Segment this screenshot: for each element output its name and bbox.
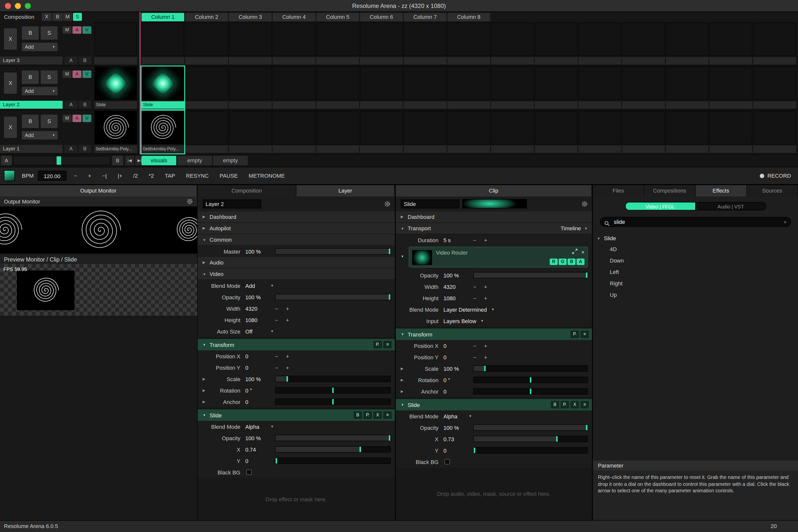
effect-header-transform[interactable]: ▼TransformP.≡ bbox=[198, 339, 395, 350]
increment-button[interactable]: + bbox=[480, 295, 491, 301]
clip-cell[interactable] bbox=[229, 22, 272, 65]
increment-button[interactable]: + bbox=[480, 343, 491, 349]
layer-settings-gear-icon[interactable] bbox=[384, 201, 391, 207]
deck-tab-visuals-0[interactable]: visuals bbox=[142, 156, 176, 165]
layer-crossfader-b[interactable]: B bbox=[78, 57, 91, 64]
bpm-half-button[interactable]: /2 bbox=[128, 170, 143, 181]
param-dropdown[interactable]: Alpha▾ bbox=[245, 423, 273, 430]
clip-cell[interactable] bbox=[666, 111, 709, 153]
param-slider[interactable] bbox=[275, 376, 391, 382]
composition-bypass-button[interactable]: B bbox=[53, 13, 62, 21]
layer-blend-dropdown[interactable]: Add▾ bbox=[22, 87, 58, 95]
slider-handle[interactable] bbox=[389, 435, 390, 441]
layer-solo-button[interactable]: S bbox=[41, 71, 58, 84]
slider-handle[interactable] bbox=[276, 458, 277, 463]
layer-active-clip-preview[interactable]: 0et8skmtiiq-Poly... bbox=[94, 111, 137, 153]
layer-clear-button[interactable]: X bbox=[4, 28, 17, 50]
slider-handle[interactable] bbox=[389, 249, 390, 254]
param-value[interactable]: 0 bbox=[245, 458, 271, 464]
param-slider[interactable] bbox=[275, 248, 391, 254]
layer-m-button[interactable]: M bbox=[62, 115, 72, 122]
header-params-button[interactable]: P. bbox=[571, 330, 579, 338]
param-slider[interactable] bbox=[473, 436, 588, 442]
param-checkbox[interactable] bbox=[444, 459, 450, 464]
param-checkbox[interactable] bbox=[246, 470, 252, 475]
clip-cell[interactable] bbox=[360, 22, 403, 65]
effect-item-4d[interactable]: 4D bbox=[593, 244, 798, 255]
clip-cell[interactable] bbox=[666, 22, 709, 65]
expand-icon[interactable]: ▶ bbox=[203, 388, 205, 392]
bpm-decrease-button[interactable]: − bbox=[69, 170, 83, 181]
param-slider[interactable] bbox=[473, 424, 588, 431]
header-bypass-button[interactable]: B bbox=[354, 412, 362, 419]
increment-button[interactable]: + bbox=[282, 353, 293, 359]
param-value[interactable]: 1080 bbox=[245, 317, 271, 323]
tab-composition[interactable]: Composition bbox=[198, 185, 296, 196]
clip-cell[interactable] bbox=[753, 22, 796, 65]
param-value[interactable]: 100 % bbox=[245, 294, 271, 300]
bpm-value[interactable]: 120.00 bbox=[38, 171, 67, 180]
param-value[interactable]: 100 % bbox=[245, 376, 271, 382]
clip-cell[interactable] bbox=[404, 111, 446, 153]
section-common[interactable]: ▼Common bbox=[198, 234, 395, 246]
channel-a-button[interactable]: A bbox=[577, 259, 584, 265]
layer-crossfader-b[interactable]: B bbox=[78, 101, 91, 109]
clip-cell[interactable]: 0et8skmtiiq-Poly... bbox=[142, 111, 184, 153]
layer-blend-dropdown[interactable]: Add▾ bbox=[22, 43, 58, 51]
param-dropdown[interactable]: Layers Below▾ bbox=[443, 318, 483, 324]
slider-handle[interactable] bbox=[286, 376, 288, 382]
composition-s-button[interactable]: S bbox=[73, 13, 82, 21]
effect-header-slide[interactable]: ▼SlideBP.X≡ bbox=[396, 399, 592, 411]
header-params-button[interactable]: P. bbox=[364, 412, 372, 419]
param-value[interactable]: 0.73 bbox=[443, 436, 469, 442]
slider-handle[interactable] bbox=[389, 294, 390, 300]
param-slider[interactable] bbox=[473, 377, 588, 383]
transport-mode-dropdown[interactable]: Timeline▾ bbox=[561, 225, 587, 231]
collapse-icon[interactable]: ▼ bbox=[401, 254, 404, 258]
clip-cell[interactable] bbox=[622, 66, 665, 109]
drop-target[interactable]: Drop audio, video, mask, source or effec… bbox=[396, 468, 592, 520]
tap-button[interactable]: TAP bbox=[160, 170, 181, 181]
expand-icon[interactable] bbox=[572, 249, 577, 255]
header-menu-button[interactable]: ≡ bbox=[383, 341, 392, 348]
clip-cell[interactable] bbox=[316, 22, 359, 65]
column-header-5[interactable]: Column 5 bbox=[316, 13, 359, 21]
crossfader-handle[interactable] bbox=[57, 156, 61, 165]
param-value[interactable]: 100 % bbox=[443, 272, 469, 278]
clip-cell[interactable] bbox=[753, 66, 796, 109]
record-button[interactable]: RECORD bbox=[760, 173, 791, 179]
param-value[interactable]: 0 ° bbox=[245, 387, 271, 393]
clip-cell[interactable] bbox=[535, 111, 577, 153]
expand-icon[interactable]: ▶ bbox=[203, 377, 205, 381]
layer-active-clip-preview[interactable]: Slide bbox=[94, 66, 137, 109]
param-slider[interactable] bbox=[275, 435, 391, 441]
expand-icon[interactable]: ▶ bbox=[203, 400, 205, 404]
clip-cell[interactable] bbox=[447, 111, 490, 153]
slider-handle[interactable] bbox=[484, 366, 486, 371]
bpm-increase-button[interactable]: + bbox=[83, 170, 97, 181]
composition-close-button[interactable]: X bbox=[42, 13, 52, 21]
layer-solo-button[interactable]: S bbox=[41, 26, 58, 40]
expand-icon[interactable]: ▶ bbox=[401, 366, 404, 370]
section-dashboard[interactable]: ▶Dashboard bbox=[198, 211, 395, 223]
expand-icon[interactable]: ▶ bbox=[401, 378, 404, 382]
param-value[interactable]: 100 % bbox=[443, 424, 469, 431]
clip-cell[interactable] bbox=[622, 111, 665, 153]
param-value[interactable]: 0 bbox=[443, 343, 469, 349]
section-dashboard[interactable]: ▶Dashboard bbox=[396, 211, 592, 223]
param-value[interactable]: 100 % bbox=[443, 365, 469, 372]
clip-cell[interactable] bbox=[142, 22, 184, 65]
video-router-effect[interactable]: Video Router×RGBA bbox=[409, 247, 588, 267]
param-value[interactable]: 0 bbox=[245, 399, 271, 405]
param-slider[interactable] bbox=[473, 388, 588, 395]
param-value[interactable]: 100 % bbox=[245, 435, 271, 441]
channel-b-button[interactable]: B bbox=[568, 259, 576, 265]
param-value[interactable]: 0 ° bbox=[443, 377, 469, 383]
decrement-button[interactable]: − bbox=[469, 343, 480, 349]
slider-handle[interactable] bbox=[530, 377, 531, 383]
decrement-button[interactable]: − bbox=[271, 364, 282, 370]
clip-cell[interactable] bbox=[491, 111, 534, 153]
slider-handle[interactable] bbox=[474, 448, 475, 453]
layer-a-button[interactable]: A bbox=[73, 115, 81, 122]
clip-cell[interactable] bbox=[273, 66, 315, 109]
